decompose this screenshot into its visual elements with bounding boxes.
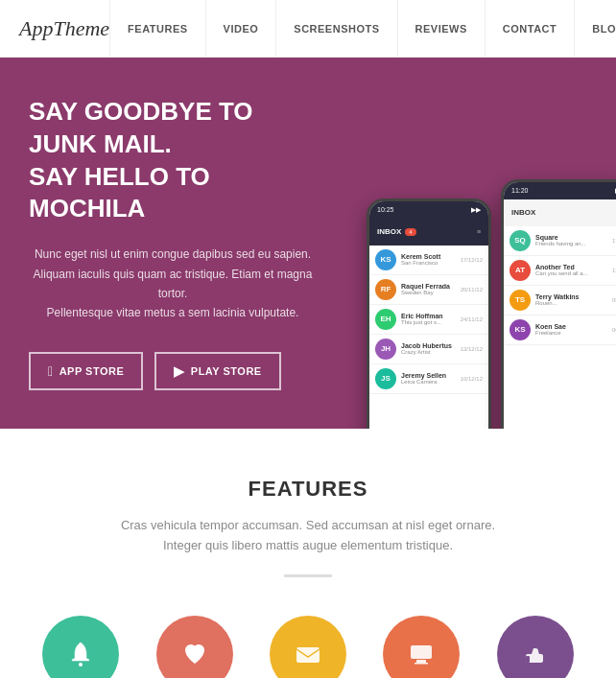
phone-mockups: 10:25 ▶▶ INBOX 4 ≡ KS Kerem Scott San Fr… bbox=[367, 179, 616, 429]
avatar: RF bbox=[375, 279, 396, 300]
phone-statusbar-2: 11:20 ▶▶ bbox=[504, 182, 616, 199]
phone-topbar-2: INBOX ≡ bbox=[504, 199, 616, 226]
nav-reviews[interactable]: REVIEWS bbox=[397, 0, 485, 58]
email-row: JH Jacob Hubertus Crazy Artist 13/12/12 bbox=[369, 335, 488, 364]
email-row: JS Jeremy Sellen Leica Camera 10/12/12 bbox=[369, 364, 488, 394]
nav: FEATURES VIDEO SCREENSHOTS REVIEWS CONTA… bbox=[109, 0, 616, 58]
svg-rect-5 bbox=[526, 656, 530, 663]
avatar: EH bbox=[375, 309, 396, 330]
feature-icon-thumbsup bbox=[497, 616, 574, 678]
nav-blog[interactable]: BLOG bbox=[574, 0, 616, 58]
nav-contact[interactable]: CONTACT bbox=[485, 0, 574, 58]
svg-point-0 bbox=[79, 663, 83, 666]
avatar: TS bbox=[509, 290, 531, 311]
features-desc: Cras vehicula tempor accumsan. Sed accum… bbox=[107, 516, 509, 556]
nav-features[interactable]: FEATURES bbox=[109, 0, 204, 58]
avatar: KS bbox=[509, 319, 531, 340]
hero-section: SAY GOODBYE TO JUNK MAIL. SAY HELLO TO M… bbox=[0, 58, 616, 429]
phone-screen-1: 10:25 ▶▶ INBOX 4 ≡ KS Kerem Scott San Fr… bbox=[369, 201, 488, 429]
email-row: AT Another Ted Can you send all a... 13:… bbox=[504, 256, 616, 286]
apple-icon:  bbox=[48, 363, 54, 379]
hero-buttons:  APP STORE ▶ PLAY STORE bbox=[29, 352, 317, 390]
email-row: KS Kerem Scott San Francisco 17/12/12 bbox=[369, 245, 488, 275]
nav-screenshots[interactable]: SCREENSHOTS bbox=[275, 0, 396, 58]
features-icons-container: LOREM IPSUM Lorem ipsum dolor sit DOLOR … bbox=[29, 616, 587, 678]
svg-rect-4 bbox=[415, 663, 428, 665]
nav-video[interactable]: VIDEO bbox=[205, 0, 276, 58]
feature-item-4: PELLENTESQUE QUIS Aenean erat augue, bbox=[484, 616, 587, 678]
svg-rect-3 bbox=[416, 660, 426, 663]
phone-mockup-1: 10:25 ▶▶ INBOX 4 ≡ KS Kerem Scott San Fr… bbox=[367, 199, 491, 429]
phone-topbar-1: INBOX 4 ≡ bbox=[369, 219, 488, 245]
logo[interactable]: AppTheme bbox=[19, 16, 109, 41]
section-divider bbox=[284, 574, 332, 577]
hero-title: SAY GOODBYE TO JUNK MAIL. SAY HELLO TO M… bbox=[29, 96, 317, 225]
features-title: FEATURES bbox=[29, 477, 587, 502]
avatar: SQ bbox=[509, 230, 531, 251]
email-row: SQ Square Friends having an... 17:00 bbox=[504, 226, 616, 256]
feature-item-2: NULLA PULVINAR Enim ornare volutpat. In bbox=[256, 616, 360, 678]
app-store-button[interactable]:  APP STORE bbox=[29, 352, 143, 390]
feature-icon-envelope bbox=[270, 616, 346, 678]
avatar: KS bbox=[375, 249, 396, 270]
play-icon: ▶ bbox=[174, 363, 185, 379]
feature-item-3: DIGNISSIM TORTOR Vivamus augue purus bbox=[369, 616, 473, 678]
phone-mockup-2: 11:20 ▶▶ INBOX ≡ SQ Square Friends havin… bbox=[501, 179, 616, 429]
feature-icon-bell bbox=[42, 616, 119, 678]
header: AppTheme FEATURES VIDEO SCREENSHOTS REVI… bbox=[0, 0, 616, 58]
play-store-button[interactable]: ▶ PLAY STORE bbox=[154, 352, 280, 390]
feature-item-0: LOREM IPSUM Lorem ipsum dolor sit bbox=[29, 616, 132, 678]
feature-item-1: DOLOR SIT AMET Integer quis libero bbox=[142, 616, 246, 678]
phone-statusbar-1: 10:25 ▶▶ bbox=[369, 201, 488, 219]
avatar: AT bbox=[509, 260, 531, 281]
svg-rect-2 bbox=[411, 645, 432, 659]
email-row: RF Raquel Ferrada Sweden Bay 20/11/12 bbox=[369, 275, 488, 305]
avatar: JS bbox=[375, 368, 396, 389]
hero-body-text: Nunc eget nisl ut enim congue dapibus se… bbox=[29, 245, 317, 323]
avatar: JH bbox=[375, 339, 396, 360]
email-row: KS Koen Sae Freelance 06:33 bbox=[504, 316, 616, 345]
email-row: EH Eric Hoffman This just got s... 24/11… bbox=[369, 305, 488, 335]
features-section: FEATURES Cras vehicula tempor accumsan. … bbox=[0, 429, 616, 678]
phone-screen-2: 11:20 ▶▶ INBOX ≡ SQ Square Friends havin… bbox=[504, 182, 616, 429]
email-row: TS Terry Watkins Rouen... 09:15 bbox=[504, 286, 616, 316]
feature-icon-monitor bbox=[383, 616, 460, 678]
svg-rect-1 bbox=[296, 647, 320, 663]
feature-icon-heart bbox=[156, 616, 233, 678]
hero-content: SAY GOODBYE TO JUNK MAIL. SAY HELLO TO M… bbox=[29, 96, 317, 390]
